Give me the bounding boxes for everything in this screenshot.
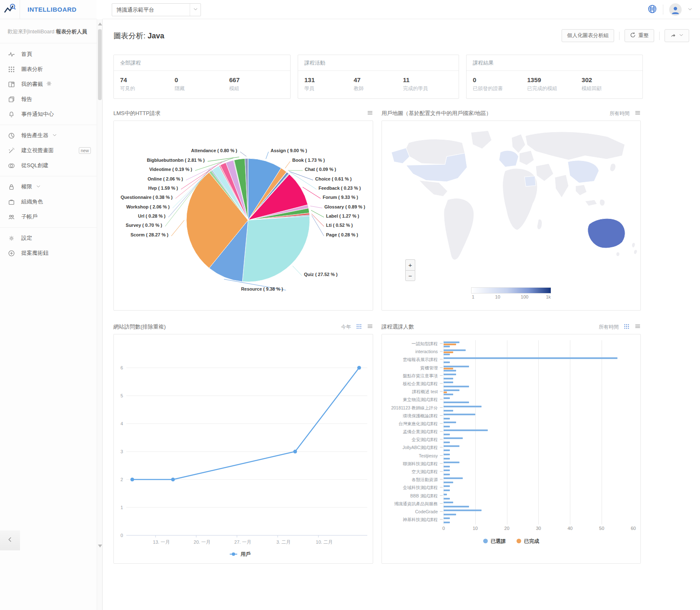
bar-category-row[interactable]: 孟僑企業測試課程 — [444, 428, 633, 436]
map-country-mexico[interactable] — [419, 181, 447, 196]
bar-category-row[interactable]: 一認知型課程 — [444, 340, 633, 348]
bar-category-row[interactable]: 台灣東應化測試課程 — [444, 420, 633, 428]
hamburger-menu-icon[interactable] — [635, 110, 641, 117]
map-country-japan[interactable] — [610, 163, 616, 171]
bar-completed[interactable] — [444, 344, 456, 345]
sidebar-item-5[interactable]: 事件通知中心 — [0, 107, 97, 122]
bar-category-row[interactable]: CodeGrade — [444, 508, 633, 516]
bar-enrolled-secondary[interactable] — [444, 522, 450, 523]
bar-enrolled-secondary[interactable] — [444, 514, 456, 515]
sidebar-item-9[interactable]: 權限 — [0, 179, 97, 194]
bar-enrolled[interactable] — [444, 389, 459, 391]
sidebar-item-6[interactable]: 報告產生器 — [0, 128, 97, 143]
bar-enrolled-secondary[interactable] — [444, 394, 453, 395]
bar-category-row[interactable]: 貨櫃管理 — [444, 364, 633, 372]
bar-enrolled-secondary[interactable] — [444, 442, 450, 443]
hamburger-menu-icon[interactable] — [367, 323, 373, 331]
line-data-point[interactable] — [293, 450, 297, 454]
bar-completed[interactable] — [444, 368, 453, 369]
bar-enrolled-secondary[interactable] — [444, 498, 450, 500]
site-visits-line-chart[interactable]: 012345613. 一月20. 一月27. 一月3. 二月10. 二月 用戶 — [113, 334, 373, 564]
app-logo-icon[interactable] — [0, 0, 20, 19]
bar-enrolled[interactable] — [444, 374, 456, 375]
sidebar-item-4[interactable]: 報告 — [0, 92, 97, 107]
map-country-greenland[interactable] — [471, 131, 492, 149]
bar-category-row[interactable]: JollyABC測試課程 — [444, 444, 633, 452]
map-country-indonesia[interactable] — [585, 200, 597, 206]
bar-category-row[interactable]: 全安測試課程 — [444, 436, 633, 444]
bar-enrolled[interactable] — [444, 349, 466, 351]
dots-grid-icon[interactable] — [356, 324, 362, 331]
bar-enrolled[interactable] — [444, 437, 463, 439]
line-legend[interactable]: 用戶 — [230, 551, 251, 557]
legend-completed[interactable]: 已完成 — [517, 538, 539, 545]
bar-category-row[interactable]: 各類活動資源 — [444, 476, 633, 484]
map-country-australia[interactable] — [588, 218, 625, 248]
map-country-europe-east[interactable] — [519, 151, 534, 165]
map-time-filter[interactable]: 所有時間 — [610, 110, 630, 117]
sidebar-scrollbar[interactable] — [97, 19, 103, 610]
user-map-panel[interactable]: + − 1101001k — [381, 120, 641, 311]
bar-enrolled-secondary[interactable] — [444, 474, 450, 475]
line-data-point[interactable] — [130, 478, 134, 482]
course-enrollment-bar-chart[interactable]: 一認知型課程 interactions 雲端報表展示課程 貨櫃管理 盤點存貨注意… — [381, 334, 641, 564]
bar-enrolled-secondary[interactable] — [444, 434, 450, 435]
bar-enrolled[interactable] — [444, 382, 453, 383]
bar-enrolled[interactable] — [444, 485, 450, 487]
bar-category-row[interactable]: 盤點存貨注意事項 — [444, 372, 633, 380]
sidebar-item-1[interactable]: 首頁 — [0, 47, 97, 62]
bar-enrolled[interactable] — [444, 414, 475, 415]
bar-enrolled[interactable] — [444, 366, 469, 367]
bar-enrolled-secondary[interactable] — [444, 418, 450, 419]
bar-category-row[interactable]: 聯測科技測試課程 — [444, 460, 633, 468]
line-data-point[interactable] — [171, 478, 175, 482]
bar-enrolled[interactable] — [444, 469, 450, 471]
world-map[interactable] — [382, 121, 640, 286]
bar-enrolled-secondary[interactable] — [444, 506, 469, 507]
bar-enrolled[interactable] — [444, 397, 450, 399]
avatar[interactable] — [669, 3, 682, 16]
map-country-se-asia[interactable] — [575, 185, 587, 196]
bar-enrolled[interactable] — [444, 494, 447, 495]
bar-enrolled[interactable] — [444, 454, 450, 455]
gear-icon[interactable] — [46, 80, 52, 88]
bar-category-row[interactable]: 課程概述 test — [444, 388, 633, 396]
share-button[interactable] — [665, 29, 689, 42]
bar-enrolled[interactable] — [444, 477, 463, 479]
bar-enrolled-secondary[interactable] — [444, 426, 450, 427]
bar-enrolled-secondary[interactable] — [444, 482, 453, 483]
map-country-egypt[interactable] — [524, 176, 536, 186]
workspace-select[interactable]: 博識通示範平台 — [112, 3, 201, 16]
bar-category-row[interactable]: BBB 測試課程 — [444, 492, 633, 500]
pie-slice-quiz[interactable] — [242, 216, 310, 282]
line-time-filter[interactable]: 今年 — [341, 324, 351, 331]
map-country-india[interactable] — [555, 175, 569, 198]
bar-enrolled-secondary[interactable] — [444, 354, 450, 355]
map-country-france[interactable] — [499, 151, 519, 167]
bar-category-row[interactable]: 博識通資訊產品與服務 — [444, 500, 633, 508]
bar-enrolled-secondary[interactable] — [444, 361, 450, 363]
refresh-button[interactable]: 重整 — [625, 29, 654, 42]
bar-completed[interactable] — [444, 392, 447, 393]
map-country-new-zealand[interactable] — [632, 243, 637, 254]
bar-enrolled-secondary[interactable] — [444, 458, 450, 459]
bar-category-row[interactable]: 雲端報表展示課程 — [444, 356, 633, 364]
bar-enrolled-secondary[interactable] — [444, 370, 456, 372]
bar-category-row[interactable]: 空大測試課程 — [444, 468, 633, 476]
sidebar-item-11[interactable]: 子帳戶 — [0, 209, 97, 224]
map-country-borneo[interactable] — [600, 199, 605, 206]
scroll-down-arrow-icon[interactable] — [98, 545, 102, 547]
bar-enrolled-secondary[interactable] — [444, 346, 450, 347]
bar-enrolled-secondary[interactable] — [444, 386, 469, 387]
bar-enrolled-secondary[interactable] — [444, 466, 450, 467]
bar-category-row[interactable]: 東立物流測試課程 — [444, 396, 633, 404]
bar-enrolled-secondary[interactable] — [444, 378, 453, 379]
bar-enrolled-secondary[interactable] — [444, 449, 450, 451]
bar-enrolled[interactable] — [444, 502, 453, 503]
bar-enrolled[interactable] — [444, 462, 459, 463]
sidebar-item-7[interactable]: 建立視覺畫面new — [0, 143, 97, 158]
http-requests-pie-chart[interactable]: Assign ( 9.00 % )Book ( 1.73 % )Chat ( 0… — [113, 120, 373, 311]
sidebar-collapse-button[interactable] — [0, 530, 20, 550]
hamburger-menu-icon[interactable] — [367, 110, 373, 117]
bar-enrolled[interactable] — [444, 422, 456, 423]
